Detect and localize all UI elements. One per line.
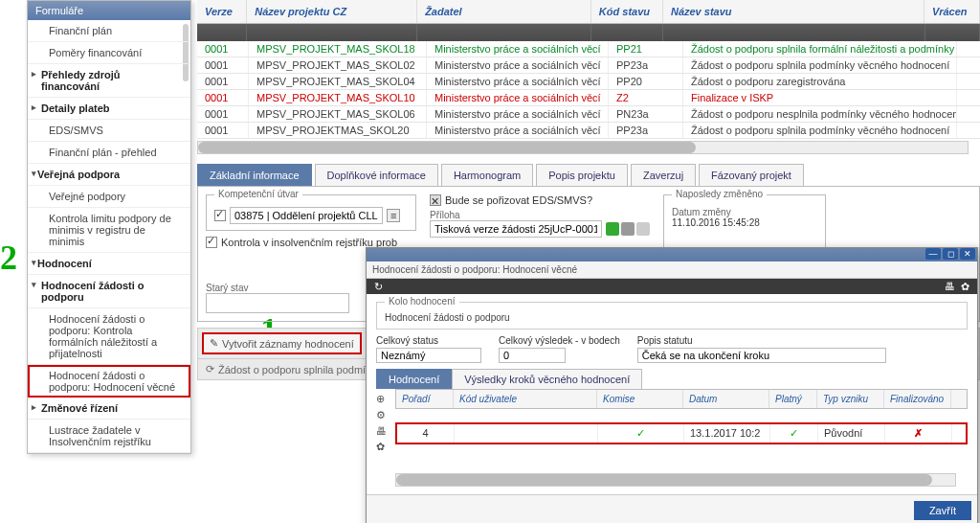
sidebar-item[interactable]: EDS/SMVS [28,120,190,142]
view-icon[interactable] [636,222,650,236]
grid-filter-row[interactable] [197,24,980,41]
sidebar-item[interactable]: Kontrola limitu podpory de minimis v reg… [28,208,190,253]
sidebar-item[interactable]: Veřejná podpora [28,164,190,186]
table-row[interactable]: 0001MPSV_PROJEKT_MAS_SKOL06Ministerstvo … [197,106,980,123]
modal-print-icon[interactable]: 🖶 [945,281,955,292]
stary-stav-input[interactable] [206,293,349,313]
grid-hscroll[interactable] [197,141,969,154]
mh-typ-vzniku[interactable]: Typ vzniku [817,390,884,408]
modal-max-icon[interactable]: ◻ [943,248,958,260]
sidebar-item[interactable]: Přehledy zdrojů financování [28,64,190,98]
sidebar-item[interactable]: Hodnocení [28,253,190,275]
cell: MPSV_PROJEKT_MAS_SKOL02 [249,57,427,73]
insolv-checkbox[interactable] [206,237,217,248]
grid-expand-icon[interactable]: ⊕ [376,393,395,405]
zavrit-button[interactable]: Zavřít [914,501,971,520]
cell: MPSV_PROJEKT_MAS_SKOL04 [249,74,427,89]
detail-tabs: Základní informaceDoplňkové informaceHar… [197,164,980,186]
col-stav[interactable]: Název stavu [663,0,924,23]
grid-print-icon[interactable]: 🖶 [376,425,395,437]
download-icon[interactable] [606,222,619,236]
mr-platny-check-icon: ✓ [770,424,818,443]
sidebar-item[interactable]: Hodnocení žádosti o podporu: Kontrola fo… [28,308,190,365]
kolo-value: Hodnocení žádosti o podporu [385,312,959,323]
col-vracen[interactable]: Vrácen [924,0,980,23]
mr-finalizovano-x-icon: ✗ [885,424,952,443]
popis-label: Popis statutu [637,335,968,346]
modal-min-icon[interactable]: — [925,248,941,260]
sidebar-item[interactable]: Poměry financování [28,42,190,64]
tab[interactable]: Fázovaný projekt [699,164,804,186]
mh-kod-uzivatele[interactable]: Kód uživatele [454,390,597,408]
zmeneno-legend: Naposledy změněno [672,189,767,199]
eds-label: Bude se pořizovat EDS/SMVS? [445,194,592,206]
tab[interactable]: Základní informace [197,164,312,186]
mh-datum[interactable]: Datum [683,390,769,408]
refresh-icon[interactable]: ⟳ [206,363,214,375]
col-zadatel[interactable]: Žadatel [417,0,591,23]
mh-platny[interactable]: Platný [769,390,817,408]
table-row[interactable]: 0001MPSV_PROJEKTMAS_SKOL20Ministerstvo p… [197,123,980,139]
modal-titlebar[interactable]: — ◻ ✕ [367,248,977,262]
cell: 0001 [197,90,249,105]
sidebar-item[interactable]: Změnové řízení [28,398,190,420]
vytvorit-zaznamy-button[interactable]: ✎ Vytvořit záznamy hodnocení [202,332,362,354]
cell: Ministerstvo práce a sociálních věcí [427,106,609,122]
priloha-input[interactable] [430,220,602,238]
table-row[interactable]: 0001MPSV_PROJEKT_MAS_SKOL10Ministerstvo … [197,90,980,106]
grid-link-icon[interactable]: ⚙ [376,409,395,421]
sidebar-item[interactable]: Finanční plán [28,20,190,42]
cell: PP23a [609,57,683,73]
kompetencni-utvar-fieldset: Kompetenční útvar ≡ [206,194,416,231]
tab[interactable]: Popis projektu [536,164,628,186]
cell: 0001 [197,57,249,73]
sidebar-item[interactable]: Lustrace žadatele v Insolvenčním rejstří… [28,420,190,453]
sidebar-item[interactable]: Detaily plateb [28,98,190,120]
celk-vysl-label: Celkový výsledek - v bodech [499,335,620,346]
eds-checkbox[interactable]: ✕ [430,194,441,206]
komp-checkbox[interactable] [214,210,226,221]
cell: MPSV_PROJEKT_MAS_SKOL06 [249,106,427,122]
table-row[interactable]: 0001MPSV_PROJEKT_MAS_SKOL18Ministerstvo … [197,41,980,57]
cell: Ministerstvo práce a sociálních věcí [427,90,609,105]
vytvorit-label: Vytvořit záznamy hodnocení [222,338,354,350]
table-row[interactable]: 0001MPSV_PROJEKT_MAS_SKOL02Ministerstvo … [197,57,980,74]
modal-gear-icon[interactable]: ✿ [961,281,969,292]
sidebar-item[interactable]: Hodnocení žádosti o podporu [28,275,190,308]
lookup-icon[interactable]: ≡ [387,209,400,222]
upload-icon[interactable] [621,222,635,236]
col-kod[interactable]: Kód stavu [591,0,663,23]
modal-hscroll[interactable] [395,473,956,487]
col-verze[interactable]: Verze [197,0,247,23]
modal-grid-header: Pořadí Kód uživatele Komise Datum Platný… [395,389,968,409]
celk-vysl-input[interactable] [499,348,566,363]
modal-tab[interactable]: Výsledky kroků věcného hodnocení [452,369,642,389]
popis-input[interactable] [637,348,886,363]
sidebar-item[interactable]: Veřejné podpory [28,186,190,208]
tab[interactable]: Harmonogram [441,164,533,186]
modal-reload-icon[interactable]: ↻ [374,279,383,294]
mr-typ: Původní [818,424,885,443]
kolo-fieldset: Kolo hodnocení Hodnocení žádosti o podpo… [376,302,968,330]
komp-input[interactable] [230,207,383,224]
modal-close-icon[interactable]: ✕ [960,248,975,260]
cell: 0001 [197,123,249,138]
grid-settings-icon[interactable]: ✿ [376,441,395,453]
modal-tab[interactable]: Hodnocení [376,369,452,389]
kompetencni-legend: Kompetenční útvar [214,189,302,199]
table-row[interactable]: 0001MPSV_PROJEKT_MAS_SKOL04Ministerstvo … [197,74,980,90]
mh-komise[interactable]: Komise [597,390,683,408]
sidebar-item[interactable]: Finanční plán - přehled [28,142,190,164]
mh-finalizovano[interactable]: Finalizováno [884,390,951,408]
modal-grid-row[interactable]: 4 ✓ 13.1.2017 10:2 ✓ Původní ✗ [395,422,968,444]
col-nazev[interactable]: Název projektu CZ [247,0,417,23]
celk-status-input[interactable] [376,348,481,363]
sidebar-item[interactable]: Hodnocení žádosti o podporu: Hodnocení v… [28,365,190,398]
mh-poradi[interactable]: Pořadí [396,390,454,408]
kolo-legend: Kolo hodnocení [385,296,459,307]
tab[interactable]: Doplňkové informace [315,164,438,186]
sidebar: Formuláře Finanční plánPoměry financován… [27,0,191,454]
tab[interactable]: Zaverzuj [631,164,696,186]
modal-subtitle: Hodnocení žádosti o podporu: Hodnocení v… [367,262,977,279]
cell: PP20 [609,74,683,89]
